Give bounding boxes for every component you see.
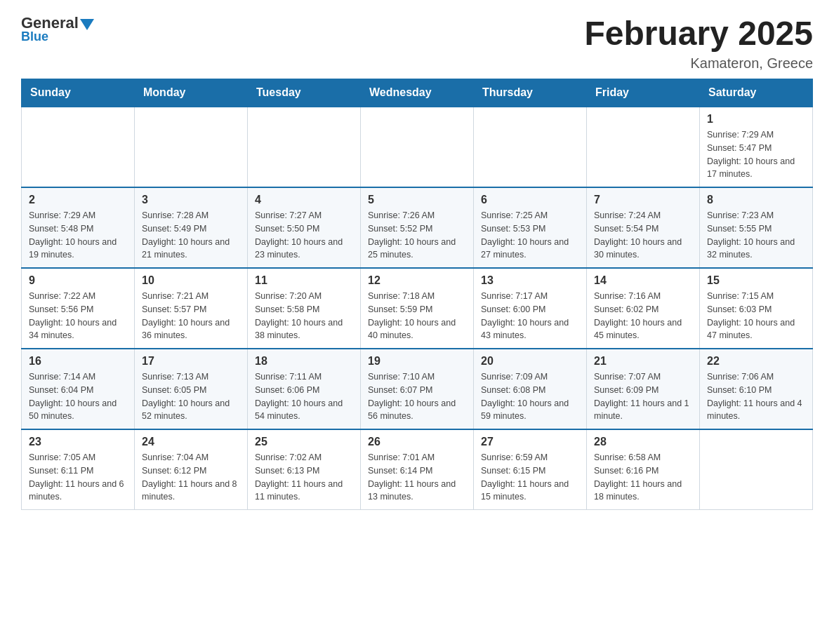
day-info: Sunrise: 7:14 AM Sunset: 6:04 PM Dayligh… — [29, 370, 127, 423]
calendar-cell: 1Sunrise: 7:29 AM Sunset: 5:47 PM Daylig… — [700, 107, 813, 187]
day-number: 27 — [481, 436, 579, 448]
day-info: Sunrise: 7:29 AM Sunset: 5:47 PM Dayligh… — [707, 128, 805, 181]
day-info: Sunrise: 7:07 AM Sunset: 6:09 PM Dayligh… — [594, 370, 692, 423]
weekday-header-row: SundayMondayTuesdayWednesdayThursdayFrid… — [22, 79, 813, 107]
day-number: 26 — [368, 436, 466, 448]
day-number: 10 — [142, 274, 240, 287]
week-row-1: 1Sunrise: 7:29 AM Sunset: 5:47 PM Daylig… — [22, 107, 813, 187]
weekday-header-thursday: Thursday — [474, 79, 587, 107]
week-row-2: 2Sunrise: 7:29 AM Sunset: 5:48 PM Daylig… — [22, 187, 813, 268]
weekday-header-tuesday: Tuesday — [248, 79, 361, 107]
day-info: Sunrise: 7:06 AM Sunset: 6:10 PM Dayligh… — [707, 370, 805, 423]
day-info: Sunrise: 7:28 AM Sunset: 5:49 PM Dayligh… — [142, 209, 240, 262]
weekday-header-monday: Monday — [135, 79, 248, 107]
calendar-cell: 5Sunrise: 7:26 AM Sunset: 5:52 PM Daylig… — [361, 187, 474, 268]
day-number: 25 — [255, 436, 353, 448]
calendar-cell — [248, 107, 361, 187]
calendar-cell — [587, 107, 700, 187]
calendar-cell: 14Sunrise: 7:16 AM Sunset: 6:02 PM Dayli… — [587, 268, 700, 349]
calendar-cell: 26Sunrise: 7:01 AM Sunset: 6:14 PM Dayli… — [361, 429, 474, 510]
calendar-cell: 24Sunrise: 7:04 AM Sunset: 6:12 PM Dayli… — [135, 429, 248, 510]
day-number: 20 — [481, 355, 579, 368]
day-number: 18 — [255, 355, 353, 368]
day-number: 9 — [29, 274, 127, 287]
weekday-header-saturday: Saturday — [700, 79, 813, 107]
day-number: 2 — [29, 194, 127, 206]
day-number: 13 — [481, 274, 579, 287]
calendar-cell: 12Sunrise: 7:18 AM Sunset: 5:59 PM Dayli… — [361, 268, 474, 349]
calendar-cell — [700, 429, 813, 510]
day-number: 14 — [594, 274, 692, 287]
calendar-cell: 18Sunrise: 7:11 AM Sunset: 6:06 PM Dayli… — [248, 349, 361, 429]
day-number: 6 — [481, 194, 579, 206]
calendar-cell: 11Sunrise: 7:20 AM Sunset: 5:58 PM Dayli… — [248, 268, 361, 349]
calendar-cell: 2Sunrise: 7:29 AM Sunset: 5:48 PM Daylig… — [22, 187, 135, 268]
logo-blue-text: Blue — [21, 29, 48, 44]
day-info: Sunrise: 7:13 AM Sunset: 6:05 PM Dayligh… — [142, 370, 240, 423]
calendar-cell — [22, 107, 135, 187]
calendar-cell: 16Sunrise: 7:14 AM Sunset: 6:04 PM Dayli… — [22, 349, 135, 429]
day-info: Sunrise: 7:22 AM Sunset: 5:56 PM Dayligh… — [29, 290, 127, 342]
day-number: 8 — [707, 194, 805, 206]
calendar-cell — [361, 107, 474, 187]
calendar-cell: 21Sunrise: 7:07 AM Sunset: 6:09 PM Dayli… — [587, 349, 700, 429]
calendar-cell: 13Sunrise: 7:17 AM Sunset: 6:00 PM Dayli… — [474, 268, 587, 349]
day-number: 17 — [142, 355, 240, 368]
page-title: February 2025 — [584, 14, 813, 53]
calendar-cell: 27Sunrise: 6:59 AM Sunset: 6:15 PM Dayli… — [474, 429, 587, 510]
calendar-cell: 25Sunrise: 7:02 AM Sunset: 6:13 PM Dayli… — [248, 429, 361, 510]
day-info: Sunrise: 7:17 AM Sunset: 6:00 PM Dayligh… — [481, 290, 579, 342]
calendar-cell: 8Sunrise: 7:23 AM Sunset: 5:55 PM Daylig… — [700, 187, 813, 268]
day-number: 19 — [368, 355, 466, 368]
day-info: Sunrise: 7:10 AM Sunset: 6:07 PM Dayligh… — [368, 370, 466, 423]
day-number: 3 — [142, 194, 240, 206]
day-number: 28 — [594, 436, 692, 448]
calendar-cell: 9Sunrise: 7:22 AM Sunset: 5:56 PM Daylig… — [22, 268, 135, 349]
day-number: 11 — [255, 274, 353, 287]
day-info: Sunrise: 7:16 AM Sunset: 6:02 PM Dayligh… — [594, 290, 692, 342]
day-number: 12 — [368, 274, 466, 287]
day-number: 1 — [707, 113, 805, 126]
day-info: Sunrise: 7:20 AM Sunset: 5:58 PM Dayligh… — [255, 290, 353, 342]
week-row-5: 23Sunrise: 7:05 AM Sunset: 6:11 PM Dayli… — [22, 429, 813, 510]
day-info: Sunrise: 7:25 AM Sunset: 5:53 PM Dayligh… — [481, 209, 579, 262]
day-info: Sunrise: 7:11 AM Sunset: 6:06 PM Dayligh… — [255, 370, 353, 423]
calendar-cell — [474, 107, 587, 187]
day-number: 24 — [142, 436, 240, 448]
calendar-cell: 10Sunrise: 7:21 AM Sunset: 5:57 PM Dayli… — [135, 268, 248, 349]
calendar-cell: 4Sunrise: 7:27 AM Sunset: 5:50 PM Daylig… — [248, 187, 361, 268]
day-info: Sunrise: 7:02 AM Sunset: 6:13 PM Dayligh… — [255, 451, 353, 504]
calendar-cell: 6Sunrise: 7:25 AM Sunset: 5:53 PM Daylig… — [474, 187, 587, 268]
day-info: Sunrise: 7:27 AM Sunset: 5:50 PM Dayligh… — [255, 209, 353, 262]
day-info: Sunrise: 6:59 AM Sunset: 6:15 PM Dayligh… — [481, 451, 579, 504]
page-header: General Blue February 2025 Kamateron, Gr… — [21, 14, 813, 72]
day-info: Sunrise: 7:26 AM Sunset: 5:52 PM Dayligh… — [368, 209, 466, 262]
page-subtitle: Kamateron, Greece — [584, 55, 813, 72]
day-number: 15 — [707, 274, 805, 287]
weekday-header-friday: Friday — [587, 79, 700, 107]
day-info: Sunrise: 7:15 AM Sunset: 6:03 PM Dayligh… — [707, 290, 805, 342]
calendar-cell: 7Sunrise: 7:24 AM Sunset: 5:54 PM Daylig… — [587, 187, 700, 268]
logo: General Blue — [21, 14, 94, 44]
day-number: 22 — [707, 355, 805, 368]
day-info: Sunrise: 7:18 AM Sunset: 5:59 PM Dayligh… — [368, 290, 466, 342]
day-info: Sunrise: 7:04 AM Sunset: 6:12 PM Dayligh… — [142, 451, 240, 504]
day-number: 7 — [594, 194, 692, 206]
day-info: Sunrise: 6:58 AM Sunset: 6:16 PM Dayligh… — [594, 451, 692, 504]
day-info: Sunrise: 7:05 AM Sunset: 6:11 PM Dayligh… — [29, 451, 127, 504]
calendar-cell: 17Sunrise: 7:13 AM Sunset: 6:05 PM Dayli… — [135, 349, 248, 429]
calendar-cell: 15Sunrise: 7:15 AM Sunset: 6:03 PM Dayli… — [700, 268, 813, 349]
day-number: 4 — [255, 194, 353, 206]
calendar-table: SundayMondayTuesdayWednesdayThursdayFrid… — [21, 79, 813, 510]
calendar-cell: 23Sunrise: 7:05 AM Sunset: 6:11 PM Dayli… — [22, 429, 135, 510]
calendar-cell — [135, 107, 248, 187]
day-info: Sunrise: 7:29 AM Sunset: 5:48 PM Dayligh… — [29, 209, 127, 262]
logo-triangle-icon — [80, 19, 94, 30]
weekday-header-wednesday: Wednesday — [361, 79, 474, 107]
calendar-cell: 20Sunrise: 7:09 AM Sunset: 6:08 PM Dayli… — [474, 349, 587, 429]
calendar-cell: 22Sunrise: 7:06 AM Sunset: 6:10 PM Dayli… — [700, 349, 813, 429]
day-info: Sunrise: 7:21 AM Sunset: 5:57 PM Dayligh… — [142, 290, 240, 342]
weekday-header-sunday: Sunday — [22, 79, 135, 107]
week-row-3: 9Sunrise: 7:22 AM Sunset: 5:56 PM Daylig… — [22, 268, 813, 349]
day-info: Sunrise: 7:01 AM Sunset: 6:14 PM Dayligh… — [368, 451, 466, 504]
